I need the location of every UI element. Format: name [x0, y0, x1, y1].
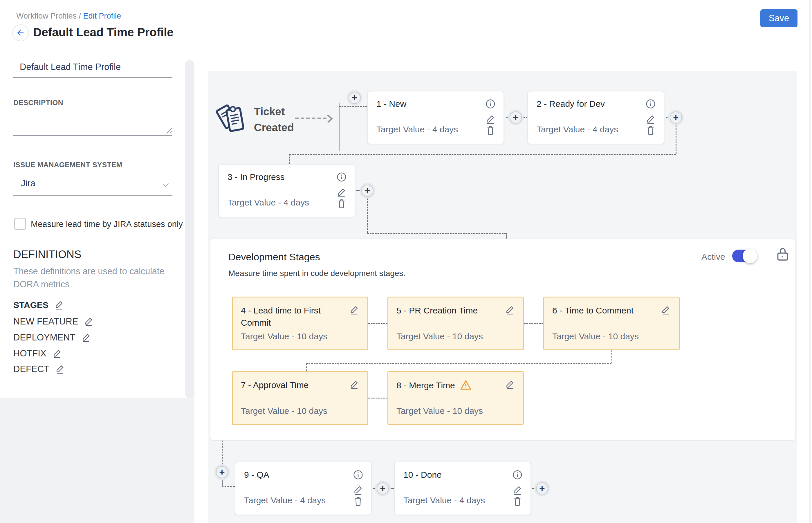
stage-card[interactable]: 9 - QA Target Value - 4 days — [235, 462, 372, 515]
profile-name-input[interactable] — [13, 60, 173, 78]
connector — [356, 190, 360, 191]
stage-type-label: NEW FEATURE — [13, 317, 78, 327]
edit-stage-icon[interactable] — [645, 114, 656, 125]
connector — [368, 323, 387, 324]
warning-icon[interactable] — [460, 379, 472, 390]
sidebar-background — [0, 398, 195, 523]
add-stage-button[interactable]: + — [348, 92, 361, 104]
info-icon[interactable] — [512, 469, 523, 480]
resize-handle-icon[interactable] — [165, 127, 173, 134]
edit-stage-icon[interactable] — [336, 187, 347, 198]
dev-panel-title: Development Stages — [229, 251, 320, 263]
edit-stage-icon[interactable] — [505, 380, 515, 390]
stage-card[interactable]: 2 - Ready for Dev Target Value - 4 days — [527, 91, 664, 144]
lock-icon[interactable] — [776, 247, 789, 263]
issue-management-label: ISSUE MANAGEMENT SYSTEM — [13, 161, 122, 169]
edit-stage-icon[interactable] — [353, 485, 363, 495]
arrow-left-icon — [16, 28, 25, 37]
delete-stage-icon[interactable] — [353, 496, 364, 507]
stage-card[interactable]: 3 - In Progress Target Value - 4 days — [218, 164, 355, 217]
edit-stage-icon[interactable] — [485, 114, 496, 125]
edit-hotfix-icon[interactable] — [52, 348, 62, 358]
description-textarea[interactable] — [13, 108, 173, 136]
connector — [289, 154, 676, 155]
stage-target-value: Target Value - 4 days — [537, 125, 618, 134]
stage-card[interactable]: 10 - Done Target Value - 4 days — [394, 462, 531, 515]
dev-stage-target-value: Target Value - 10 days — [241, 406, 327, 416]
workflow-profile-editor: Workflow Profiles / Edit Profile Default… — [0, 0, 812, 523]
delete-stage-icon[interactable] — [336, 198, 347, 209]
connector — [306, 363, 307, 371]
edit-new-feature-icon[interactable] — [84, 317, 94, 326]
breadcrumb: Workflow Profiles / Edit Profile — [16, 12, 121, 21]
dev-stage-target-value: Target Value - 10 days — [396, 406, 483, 416]
sidebar-scrollbar[interactable] — [185, 60, 195, 398]
stage-target-value: Target Value - 4 days — [403, 495, 485, 505]
edit-defect-icon[interactable] — [55, 364, 65, 374]
dev-stage-card[interactable]: 7 - Approval Time Target Value - 10 days — [232, 371, 368, 425]
connector — [675, 125, 676, 154]
connector — [666, 117, 670, 118]
add-stage-button[interactable]: + — [377, 482, 389, 494]
add-stage-button[interactable]: + — [536, 482, 548, 494]
add-stage-button[interactable]: + — [510, 111, 522, 124]
connector — [612, 350, 612, 363]
jira-statuses-checkbox[interactable] — [14, 218, 26, 230]
edit-stage-icon[interactable] — [505, 305, 515, 315]
description-label: DESCRIPTION — [13, 99, 63, 107]
connector — [367, 233, 506, 234]
info-icon[interactable] — [336, 172, 347, 183]
info-icon[interactable] — [353, 469, 364, 480]
breadcrumb-section[interactable]: Workflow Profiles — [16, 12, 77, 20]
dev-stage-card[interactable]: 8 - Merge Time Target Value - 10 days — [387, 371, 524, 425]
delete-stage-icon[interactable] — [485, 125, 496, 136]
stage-name: 9 - QA — [244, 470, 269, 480]
back-button[interactable] — [12, 24, 29, 41]
breadcrumb-current[interactable]: Edit Profile — [83, 12, 121, 20]
stage-type-label: HOTFIX — [13, 348, 47, 359]
stage-name: 1 - New — [376, 99, 406, 109]
info-icon[interactable] — [485, 98, 496, 109]
edit-stage-icon[interactable] — [661, 305, 671, 315]
page-scrollbar[interactable] — [809, 0, 811, 523]
edit-stage-icon[interactable] — [349, 380, 359, 390]
definitions-heading: DEFINITIONS — [13, 249, 81, 260]
stage-card[interactable]: 1 - New Target Value - 4 days — [367, 91, 504, 144]
development-stages-panel: Development Stages Measure time spent in… — [210, 238, 796, 440]
delete-stage-icon[interactable] — [645, 125, 656, 136]
connector — [339, 106, 367, 107]
dev-stage-name: 7 - Approval Time — [241, 379, 337, 391]
dev-stage-card[interactable]: 4 - Lead time to First Commit Target Val… — [232, 296, 368, 350]
edit-deployment-icon[interactable] — [81, 332, 91, 342]
connector — [506, 233, 507, 239]
info-icon[interactable] — [645, 98, 656, 109]
dev-stage-name: 4 - Lead time to First Commit — [241, 304, 337, 329]
issue-management-select[interactable]: Jira — [13, 174, 173, 196]
start-connector — [295, 118, 326, 119]
active-toggle[interactable] — [732, 250, 756, 263]
stages-heading-row: STAGES — [13, 300, 64, 310]
dev-panel-subtitle: Measure time spent in code development s… — [229, 269, 405, 278]
dev-stage-card[interactable]: 5 - PR Creation Time Target Value - 10 d… — [387, 296, 524, 350]
connector — [289, 154, 290, 164]
edit-stages-icon[interactable] — [54, 300, 64, 310]
start-node-label: Ticket Created — [254, 104, 294, 136]
add-stage-button[interactable]: + — [670, 111, 682, 124]
jira-statuses-checkbox-label: Measure lead time by JIRA statuses only — [31, 219, 183, 229]
stage-name: 3 - In Progress — [228, 172, 285, 182]
start-node-line2: Created — [254, 120, 294, 136]
stage-target-value: Target Value - 4 days — [244, 495, 326, 505]
dev-stage-card[interactable]: 6 - Time to Comment Target Value - 10 da… — [543, 296, 680, 350]
add-stage-button[interactable]: + — [361, 185, 374, 197]
stage-name: 2 - Ready for Dev — [537, 99, 605, 109]
add-stage-button[interactable]: + — [216, 466, 228, 478]
save-button[interactable]: Save — [760, 9, 797, 27]
entry-line — [339, 103, 340, 151]
dev-stage-target-value: Target Value - 10 days — [241, 331, 327, 341]
breadcrumb-separator: / — [77, 12, 83, 20]
edit-stage-icon[interactable] — [512, 485, 523, 495]
connector — [373, 488, 376, 489]
delete-stage-icon[interactable] — [512, 496, 523, 507]
edit-stage-icon[interactable] — [349, 305, 359, 315]
ticket-icon — [216, 100, 249, 137]
